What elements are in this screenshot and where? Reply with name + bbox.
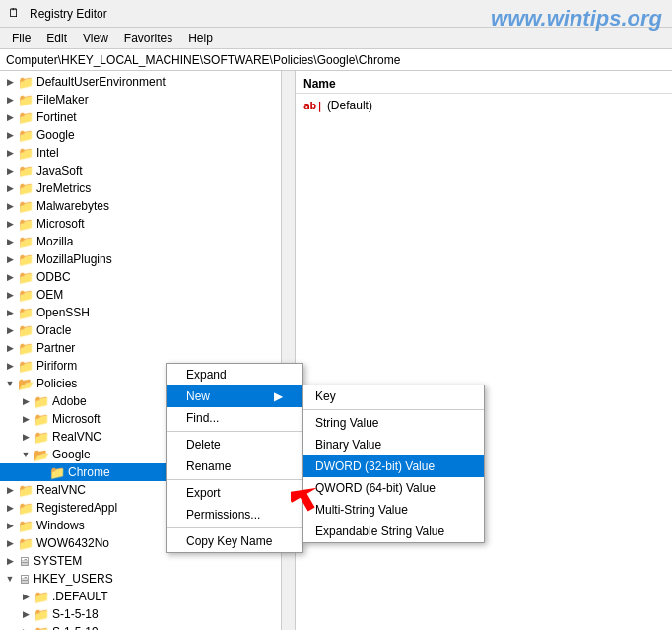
ctx-separator-2 (167, 479, 302, 480)
expand-icon[interactable]: ▶ (2, 518, 18, 533)
sub-ctx-qword-value[interactable]: QWORD (64-bit) Value (303, 477, 484, 499)
tree-item-s-1-5-19[interactable]: ▶ 📁 S-1-5-19 (0, 623, 295, 630)
expand-icon[interactable]: ▶ (2, 109, 18, 125)
tree-item-intel[interactable]: ▶ 📁 Intel (0, 144, 295, 162)
computer-icon: 🖥 (18, 572, 31, 587)
tree-item-hkeyusers[interactable]: ▼ 🖥 HKEY_USERS (0, 570, 295, 588)
tree-item-javasoft[interactable]: ▶ 📁 JavaSoft (0, 162, 295, 179)
expand-icon[interactable]: ▶ (18, 606, 34, 622)
ctx-permissions[interactable]: Permissions... (167, 504, 302, 525)
expand-icon[interactable]: ▶ (2, 322, 18, 338)
expand-icon[interactable]: ▶ (18, 429, 34, 445)
tree-label: Partner (36, 341, 75, 355)
tree-item-openssh[interactable]: ▶ 📁 OpenSSH (0, 304, 295, 321)
expand-icon[interactable]: ▶ (2, 145, 18, 161)
expand-icon[interactable]: ▶ (2, 180, 18, 196)
expand-icon[interactable]: ▶ (2, 163, 18, 178)
tree-item-jremetrics[interactable]: ▶ 📁 JreMetrics (0, 179, 295, 197)
right-row-default: ab| (Default) (296, 96, 672, 115)
sub-ctx-expandable-string-value[interactable]: Expandable String Value (303, 521, 484, 542)
expand-icon[interactable]: ▶ (18, 589, 34, 604)
tree-item-mozilla[interactable]: ▶ 📁 Mozilla (0, 233, 295, 250)
expand-icon[interactable]: ▶ (2, 340, 18, 356)
expand-icon[interactable]: ▶ (2, 482, 18, 498)
tree-item-system[interactable]: ▶ 🖥 SYSTEM (0, 552, 295, 570)
folder-icon: 📁 (18, 483, 34, 498)
expand-icon[interactable]: ▶ (18, 624, 34, 630)
expand-icon[interactable]: ▶ (2, 535, 18, 551)
tree-item-defaultuserenvironment[interactable]: ▶ 📁 DefaultUserEnvironment (0, 73, 295, 91)
expand-icon[interactable]: ▶ (2, 251, 18, 267)
tree-label: ODBC (36, 270, 71, 284)
right-panel-header: Name (296, 75, 672, 94)
sub-ctx-binary-value[interactable]: Binary Value (303, 434, 484, 455)
tree-item-fortinet[interactable]: ▶ 📁 Fortinet (0, 108, 295, 126)
ctx-expand[interactable]: Expand (167, 364, 302, 385)
folder-icon: 📁 (18, 536, 34, 551)
expand-icon[interactable]: ▶ (2, 92, 18, 107)
ctx-separator-3 (167, 527, 302, 528)
tree-item-default[interactable]: ▶ 📁 .DEFAULT (0, 588, 295, 605)
ctx-copy-key-name[interactable]: Copy Key Name (167, 530, 302, 552)
menu-view[interactable]: View (75, 30, 116, 47)
sub-ctx-dword-value[interactable]: DWORD (32-bit) Value (303, 455, 484, 477)
expand-icon[interactable]: ▶ (2, 127, 18, 143)
ctx-export[interactable]: Export (167, 482, 302, 504)
expand-icon[interactable]: ▶ (2, 234, 18, 249)
tree-label: DefaultUserEnvironment (36, 75, 166, 89)
expand-icon[interactable]: ▶ (2, 500, 18, 516)
tree-label: RealVNC (36, 483, 86, 497)
menu-file[interactable]: File (4, 30, 38, 47)
menu-favorites[interactable]: Favorites (116, 30, 180, 47)
tree-item-microsoft[interactable]: ▶ 📁 Microsoft (0, 215, 295, 233)
tree-item-odbc[interactable]: ▶ 📁 ODBC (0, 268, 295, 286)
folder-icon: 📁 (18, 181, 34, 196)
tree-item-malwarebytes[interactable]: ▶ 📁 Malwarebytes (0, 197, 295, 215)
tree-label: Microsoft (36, 217, 85, 231)
tree-label: Windows (36, 519, 85, 532)
expand-icon[interactable]: ▶ (2, 198, 18, 214)
expand-icon[interactable]: ▼ (2, 376, 18, 391)
right-panel: Name ab| (Default) (296, 71, 672, 630)
expand-icon[interactable]: ▼ (18, 447, 34, 462)
expand-icon[interactable]: ▶ (2, 553, 18, 569)
submenu-arrow-icon: ▶ (274, 389, 283, 403)
expand-icon[interactable]: ▶ (2, 287, 18, 303)
tree-label: RealVNC (52, 430, 101, 444)
sub-ctx-string-value[interactable]: String Value (303, 412, 484, 434)
expand-icon[interactable]: ▶ (18, 393, 34, 409)
expand-icon[interactable]: ▶ (18, 411, 34, 427)
tree-item-partner[interactable]: ▶ 📁 Partner (0, 339, 295, 357)
ctx-rename[interactable]: Rename (167, 455, 302, 477)
menu-edit[interactable]: Edit (38, 30, 75, 47)
folder-icon: 📁 (18, 306, 34, 320)
expand-icon[interactable]: ▶ (2, 358, 18, 374)
folder-icon: 📁 (34, 394, 49, 409)
ctx-delete[interactable]: Delete (167, 434, 302, 455)
expand-icon[interactable]: ▶ (2, 269, 18, 285)
expand-icon[interactable]: ▶ (2, 74, 18, 90)
sub-ctx-multi-string-value[interactable]: Multi-String Value (303, 499, 484, 521)
folder-icon: 📁 (34, 590, 49, 604)
tree-item-google[interactable]: ▶ 📁 Google (0, 126, 295, 144)
tree-item-filemaker[interactable]: ▶ 📁 FileMaker (0, 91, 295, 108)
address-path: Computer\HKEY_LOCAL_MACHINE\SOFTWARE\Pol… (6, 53, 400, 67)
address-bar: Computer\HKEY_LOCAL_MACHINE\SOFTWARE\Pol… (0, 49, 672, 71)
sub-ctx-key[interactable]: Key (303, 385, 484, 407)
tree-label: RegisteredAppl (36, 501, 117, 515)
tree-item-oem[interactable]: ▶ 📁 OEM (0, 286, 295, 304)
tree-item-oracle[interactable]: ▶ 📁 Oracle (0, 321, 295, 339)
ctx-find[interactable]: Find... (167, 407, 302, 429)
folder-icon: 📁 (18, 217, 34, 232)
expand-icon[interactable]: ▶ (2, 305, 18, 320)
tree-item-s-1-5-18[interactable]: ▶ 📁 S-1-5-18 (0, 605, 295, 623)
expand-icon[interactable]: ▶ (2, 216, 18, 232)
tree-item-mozillaplugins[interactable]: ▶ 📁 MozillaPlugins (0, 250, 295, 268)
menu-help[interactable]: Help (180, 30, 221, 47)
ctx-new[interactable]: New ▶ (167, 385, 302, 407)
tree-label: Policies (36, 377, 77, 390)
folder-icon: 📂 (18, 377, 34, 391)
expand-icon[interactable]: ▼ (2, 571, 18, 587)
folder-icon: 📁 (18, 252, 34, 267)
main-content: ▶ 📁 DefaultUserEnvironment ▶ 📁 FileMaker… (0, 71, 672, 630)
